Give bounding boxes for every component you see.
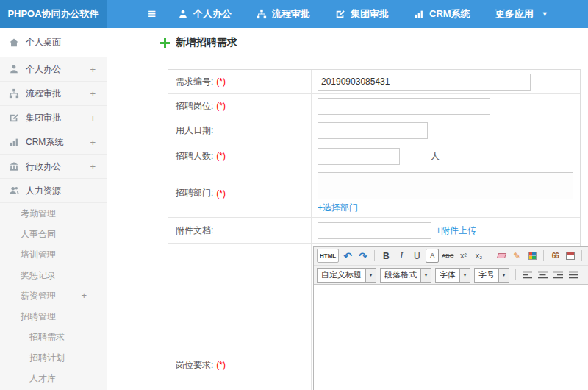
custom-heading-select[interactable]: 自定义标题 ▾	[317, 268, 376, 283]
attachment-input[interactable]	[318, 222, 431, 239]
nav-workflow-approval[interactable]: 流程审批	[257, 7, 310, 21]
field-label: 招聘部门: (*)	[168, 169, 312, 217]
html-mode-button[interactable]: HTML	[317, 249, 339, 263]
form-row-headcount: 招聘人数: (*) 人	[168, 143, 580, 169]
redo-icon[interactable]: ↷	[356, 249, 370, 263]
sidebar-item-group-approval[interactable]: 集团审批 +	[0, 106, 107, 130]
sidebar-label: 个人办公	[26, 63, 61, 76]
nav-more-apps[interactable]: 更多应用 ▼	[495, 7, 548, 21]
form-row-requirements: 岗位要求: (*) HTML ↶ ↷ B I U A ABC X²	[168, 244, 580, 390]
bold-button[interactable]: B	[379, 249, 392, 263]
eraser-icon[interactable]	[495, 249, 508, 263]
label-text: 需求编号:	[176, 76, 213, 88]
sidebar-item-salary[interactable]: 薪资管理 +	[0, 286, 107, 306]
editor-content-area[interactable]	[314, 285, 588, 390]
italic-button[interactable]: I	[395, 249, 408, 263]
department-textarea[interactable]	[318, 172, 573, 199]
align-left-icon[interactable]	[520, 268, 534, 282]
align-justify-icon[interactable]	[567, 268, 580, 282]
sidebar-item-talent-pool[interactable]: 人才库	[0, 368, 107, 389]
sidebar-item-crm[interactable]: CRM系统 +	[0, 130, 107, 155]
blockquote-button[interactable]: 66	[548, 249, 562, 263]
sidebar-item-recruit-plan[interactable]: 招聘计划	[0, 347, 107, 368]
sidebar-item-recruit-mgmt[interactable]: 招聘管理 −	[0, 306, 107, 327]
upload-attachment-link[interactable]: +附件上传	[436, 224, 476, 237]
sidebar-label: 个人桌面	[26, 36, 61, 49]
app-logo: PHPOA协同办公软件	[0, 0, 107, 28]
required-mark: (*)	[216, 101, 226, 111]
nav-group-approval[interactable]: 集团审批	[335, 7, 389, 21]
sidebar-label: 人才库	[29, 373, 56, 383]
sidebar-item-rewards[interactable]: 奖惩记录	[0, 265, 107, 286]
field-label: 附件文档:	[168, 218, 312, 243]
sidebar-item-admin-office[interactable]: 行政办公 +	[0, 155, 107, 179]
subscript-button[interactable]: X₂	[472, 249, 485, 263]
sidebar-label: 人力资源	[26, 185, 61, 197]
nav-crm-system[interactable]: CRM系统	[414, 7, 470, 21]
undo-icon[interactable]: ↶	[341, 249, 354, 263]
collapse-icon[interactable]: −	[90, 185, 96, 196]
strikethrough-button[interactable]: ABC	[441, 249, 454, 263]
sidebar-label: 流程审批	[26, 88, 61, 100]
chart-icon	[414, 9, 424, 19]
collapse-icon[interactable]: −	[81, 306, 87, 327]
format-brush-icon[interactable]: ✎	[510, 249, 523, 263]
headcount-input[interactable]	[318, 148, 400, 165]
font-family-select[interactable]: 字体 ▾	[435, 268, 470, 283]
form-row-attachment: 附件文档: +附件上传	[168, 218, 580, 244]
top-nav: 个人办公 流程审批 集团审批 CRM系统 更多应用 ▼	[178, 7, 548, 21]
nav-personal-office[interactable]: 个人办公	[178, 7, 232, 21]
font-size-select[interactable]: 字号 ▾	[474, 268, 509, 283]
table-icon[interactable]	[564, 249, 577, 263]
label-text: 招聘部门:	[176, 187, 213, 199]
sidebar-item-hr[interactable]: 人力资源 −	[0, 179, 107, 203]
sidebar-item-personal-office[interactable]: 个人办公 +	[0, 57, 107, 82]
select-label: 段落格式	[381, 269, 420, 280]
required-mark: (*)	[216, 188, 226, 199]
sidebar-item-recruit-demand[interactable]: 招聘需求	[0, 327, 107, 347]
caret-down-icon: ▾	[365, 269, 376, 282]
superscript-button[interactable]: X²	[456, 249, 470, 263]
expand-icon[interactable]: +	[90, 161, 96, 172]
hamburger-icon[interactable]: ≡	[148, 0, 156, 28]
expand-icon[interactable]: +	[81, 286, 87, 306]
sidebar-item-attendance[interactable]: 考勤管理	[0, 203, 107, 224]
color-palette-icon[interactable]	[526, 249, 539, 263]
demand-no-input[interactable]	[318, 74, 531, 91]
toolbar-separator	[515, 269, 516, 280]
hire-date-input[interactable]	[318, 122, 428, 139]
underline-button[interactable]: U	[410, 249, 423, 263]
font-box-button[interactable]: A	[426, 249, 439, 263]
align-center-icon[interactable]	[536, 268, 549, 282]
sidebar-label: 行政办公	[26, 160, 61, 173]
form-row-department: 招聘部门: (*) +选择部门	[168, 169, 580, 218]
sidebar-item-workflow-approval[interactable]: 流程审批 +	[0, 82, 107, 106]
expand-icon[interactable]: +	[90, 137, 96, 148]
select-department-link[interactable]: +选择部门	[318, 202, 358, 214]
toolbar-separator	[581, 250, 582, 261]
sidebar-label: 奖惩记录	[21, 270, 56, 280]
nav-label: CRM系统	[429, 7, 470, 21]
label-text: 附件文档:	[176, 224, 213, 237]
page-title: 新增招聘需求	[176, 36, 237, 49]
sidebar-label: 招聘管理	[21, 311, 56, 322]
expand-icon[interactable]: +	[90, 88, 96, 99]
sidebar-label: CRM系统	[26, 136, 63, 149]
editor-toolbar-row1: HTML ↶ ↷ B I U A ABC X² X₂ ✎	[314, 247, 588, 266]
expand-icon[interactable]: +	[90, 113, 96, 124]
required-mark: (*)	[216, 151, 226, 161]
label-text: 招聘人数:	[176, 150, 213, 163]
toolbar-separator	[490, 250, 490, 261]
expand-icon[interactable]: +	[90, 64, 96, 75]
sidebar-item-training[interactable]: 培训管理	[0, 244, 107, 265]
sidebar-label: 招聘计划	[29, 352, 65, 363]
sidebar-item-desktop[interactable]: 个人桌面	[0, 28, 107, 57]
sidebar-label: 考勤管理	[21, 208, 56, 219]
paragraph-format-select[interactable]: 段落格式 ▾	[380, 268, 431, 283]
label-text: 招聘岗位:	[176, 100, 213, 113]
position-input[interactable]	[318, 98, 490, 115]
align-right-icon[interactable]	[551, 268, 564, 282]
caret-down-icon: ▾	[459, 269, 470, 282]
flow-icon	[257, 9, 267, 19]
sidebar-item-hr-contract[interactable]: 人事合同	[0, 224, 107, 244]
